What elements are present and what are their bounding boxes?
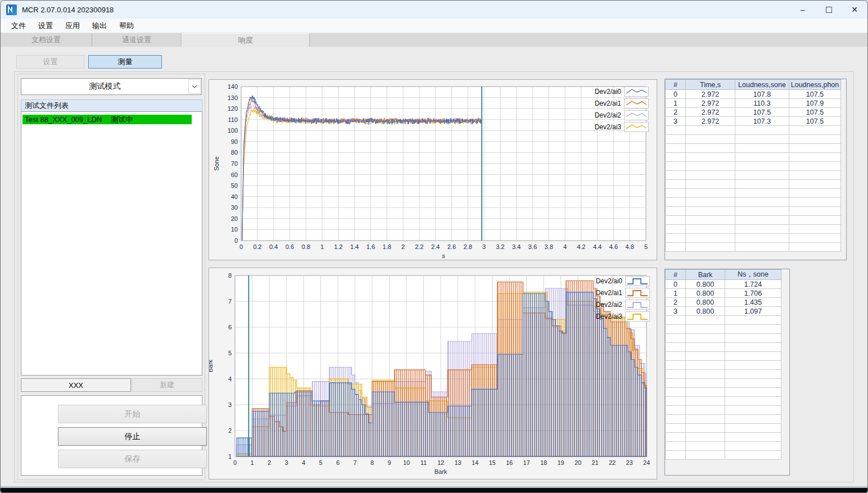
svg-text:8: 8 [228,272,232,279]
empty-row [666,126,841,135]
specific-loudness-chart-panel: 0123456789101112131415161718192021222324… [209,268,657,480]
svg-text:4: 4 [302,459,305,466]
svg-text:0: 0 [234,237,238,244]
table-row: 00.8001.724 [666,280,781,289]
menu-item-2[interactable]: 应用 [59,21,86,31]
save-button: 保存 [58,450,207,468]
svg-text:16: 16 [506,459,513,466]
empty-row [666,442,781,451]
svg-text:2: 2 [268,459,271,466]
stop-button[interactable]: 停止 [58,427,207,446]
svg-text:23: 23 [626,459,632,466]
svg-text:2.4: 2.4 [431,243,440,250]
empty-row [666,325,781,334]
list-item-name: Test 88_XXX_009_LDN [25,115,102,124]
svg-text:2.2: 2.2 [415,243,423,250]
svg-text:18: 18 [540,459,547,466]
list-item-0[interactable]: Test 88_XXX_009_LDN测试中 [22,115,192,124]
tab-settings[interactable]: 设置 [16,55,84,69]
svg-text:13: 13 [454,459,461,466]
svg-text:110: 110 [228,116,238,123]
empty-row [666,406,781,415]
legend-swatch [624,122,649,132]
svg-text:Bark: Bark [209,359,214,372]
column-header: Ns，sone [725,270,781,280]
legend-label: Dev2/ai3 [596,313,622,320]
empty-row [666,171,841,180]
svg-text:3: 3 [228,401,232,408]
svg-text:4.6: 4.6 [609,243,618,250]
table-row: 10.8001.706 [666,289,781,298]
svg-text:12: 12 [437,459,444,466]
minimize-button[interactable]: – [790,1,816,19]
empty-row [666,316,781,325]
table-row: 30.8001.097 [666,307,781,316]
svg-text:Sone: Sone [213,156,220,171]
svg-text:5: 5 [228,350,232,356]
svg-text:40: 40 [231,193,238,200]
legend-swatch [625,288,650,298]
empty-row [666,144,841,153]
legend-swatch [625,300,650,310]
empty-row [666,433,781,442]
svg-text:90: 90 [231,138,238,145]
svg-text:24: 24 [643,459,650,466]
menu-item-1[interactable]: 设置 [32,21,59,31]
legend-label: Dev2/ai2 [595,111,621,119]
test-mode-dropdown[interactable]: 测试模式 [21,78,202,95]
legend-label: Dev2/ai1 [596,289,622,297]
svg-text:5: 5 [644,243,648,250]
test-file-list: Test 88_XXX_009_LDN测试中 [21,111,202,376]
legend-entry-Dev2/ai3: Dev2/ai3 [596,310,650,322]
table-row: 22.972107.5107.5 [666,108,841,117]
menu-item-4[interactable]: 帮助 [113,21,140,31]
svg-text:s: s [442,252,445,259]
svg-text:4: 4 [228,376,232,382]
empty-row [666,397,781,406]
tab-measure[interactable]: 测量 [88,55,162,69]
svg-text:22: 22 [609,459,616,466]
svg-text:4.2: 4.2 [577,243,585,250]
tab-0[interactable]: 文档设置 [1,33,92,47]
menu-item-0[interactable]: 文件 [5,21,32,31]
menu-item-3[interactable]: 输出 [86,21,113,31]
legend-entry-Dev2/ai3: Dev2/ai3 [595,121,649,133]
svg-text:1: 1 [228,453,232,460]
svg-text:0: 0 [239,243,243,250]
table-row: 32.972107.3107.5 [666,117,841,126]
svg-text:15: 15 [489,459,495,466]
svg-text:3.8: 3.8 [545,243,553,250]
tab-1[interactable]: 通道设置 [92,33,182,47]
column-header: # [666,80,686,90]
chevron-down-icon[interactable] [188,79,201,94]
empty-row [666,234,841,243]
app-logo-icon [6,4,17,15]
svg-text:2: 2 [228,427,232,434]
svg-text:14: 14 [472,459,478,466]
tab-row: 文档设置通道设置响度 [1,33,867,47]
column-header: # [666,270,686,280]
specific-loudness-legend: Dev2/ai0Dev2/ai1Dev2/ai2Dev2/ai3 [596,275,650,322]
empty-row [666,343,781,352]
legend-entry-Dev2/ai1: Dev2/ai1 [595,97,649,109]
xxx-button[interactable]: XXX [21,378,131,392]
table-row: 02.972107.8107.5 [666,90,841,99]
svg-text:Bark: Bark [435,468,447,475]
loudness-table-panel: #Time,sLoudness,soneLoudness,phon02.9721… [664,79,847,260]
maximize-button[interactable] [816,1,842,19]
empty-row [666,379,781,388]
legend-entry-Dev2/ai0: Dev2/ai0 [595,85,649,97]
svg-text:19: 19 [557,459,564,466]
data-grid: #Time,sLoudness,soneLoudness,phon02.9721… [665,79,841,252]
svg-text:130: 130 [228,94,238,101]
legend-entry-Dev2/ai1: Dev2/ai1 [596,287,650,298]
column-header: Bark [686,270,725,280]
legend-label: Dev2/ai0 [596,277,622,285]
close-button[interactable]: ✕ [842,1,867,19]
test-mode-value: 测试模式 [21,82,188,92]
svg-text:7: 7 [353,459,356,466]
svg-text:1.8: 1.8 [383,243,391,250]
svg-text:3.4: 3.4 [512,243,521,250]
tab-2[interactable]: 响度 [182,33,310,47]
new-button[interactable]: 新建 [132,378,202,392]
